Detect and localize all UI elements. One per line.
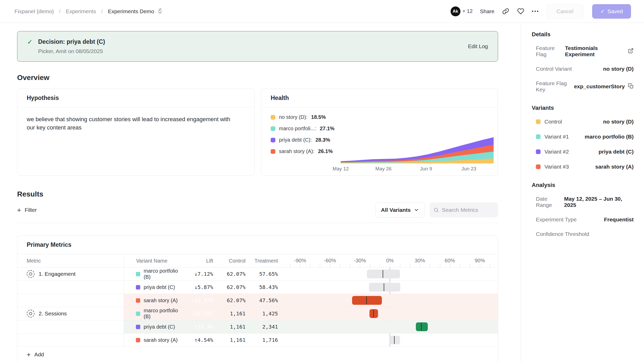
breadcrumb-item[interactable]: Experiments <box>66 8 96 15</box>
metric-table-row[interactable]: priya debt (C)↓5.87%62.07%58.43% <box>17 281 498 294</box>
control-cell: 62.07% <box>217 294 250 307</box>
variant-swatch <box>136 272 140 276</box>
metric-cell: 2. Sessions <box>17 307 124 320</box>
collaborators[interactable]: Ak + 12 <box>451 6 473 16</box>
metric-table-row[interactable]: sarah story (A)↓23.37%62.07%47.56% <box>17 294 498 307</box>
metric-name: 2. Sessions <box>39 310 67 317</box>
breadcrumb-item-label: Experiments <box>66 8 96 14</box>
more-menu-button[interactable]: ••• <box>532 9 539 14</box>
variant-color-swatch <box>536 134 541 139</box>
ci-minor-tick <box>440 264 440 267</box>
search-metrics-box <box>430 202 498 218</box>
analysis-row: Experiment TypeFrequentist <box>532 216 634 223</box>
search-metrics-input[interactable] <box>442 207 494 213</box>
variants-dropdown[interactable]: All Variants <box>375 202 425 218</box>
legend-name: no story (D): <box>279 114 307 120</box>
control-cell: 62.07% <box>217 267 250 280</box>
treatment-cell: 47.56% <box>250 294 282 307</box>
x-axis-label: May 12 <box>333 166 349 172</box>
confidence-interval-cell <box>282 267 498 280</box>
legend-item: priya debt (C): 28.3% <box>271 137 339 143</box>
saved-button[interactable]: ✓Saved <box>592 4 631 19</box>
legend-swatch <box>271 126 275 131</box>
detail-value[interactable]: exp_customerStory <box>574 83 634 90</box>
ci-tick-label: -60% <box>324 258 336 264</box>
copy-icon[interactable] <box>628 83 634 90</box>
x-axis-tick <box>475 163 475 165</box>
ci-minor-tick <box>490 264 490 267</box>
confidence-median-line <box>373 310 374 317</box>
confidence-median-line <box>383 270 383 278</box>
col-header-variant: Variant Name <box>124 254 186 267</box>
breadcrumb-item[interactable]: Experiments Demo <box>108 8 163 15</box>
check-icon: ✓ <box>600 8 605 15</box>
lift-cell: ↓16.25% <box>186 307 217 320</box>
legend-name: marco portfoli...: <box>279 126 316 132</box>
x-axis-label: May 26 <box>375 166 391 172</box>
add-metric-button[interactable]: + Add <box>27 351 488 358</box>
health-x-axis: May 12May 26Jun 9Jun 23 <box>341 166 490 173</box>
ci-minor-tick <box>340 264 340 267</box>
variant-row: Controlno story (D) <box>532 119 634 125</box>
primary-metrics-card: Primary Metrics Metric Variant Name Lift… <box>17 235 498 362</box>
variant-cell: sarah story (A) <box>124 334 186 346</box>
ci-minor-tick <box>410 264 410 267</box>
detail-value[interactable]: Testimonials Experiment <box>565 45 634 57</box>
details-section: Details Feature FlagTestimonials Experim… <box>532 31 634 93</box>
cancel-button[interactable]: Cancel <box>547 4 583 19</box>
legend-name: priya debt (C): <box>279 137 312 143</box>
microscope-icon <box>157 8 163 15</box>
x-axis-tick <box>384 163 385 165</box>
ci-minor-tick <box>420 264 420 267</box>
metric-table-row[interactable]: priya debt (C)↑31.4%1,1612,341 <box>17 320 498 334</box>
metric-table-row[interactable]: 2. Sessionsmarco portfolio (B)↓16.25%1,1… <box>17 307 498 320</box>
col-header-metric: Metric <box>17 258 124 264</box>
primary-metrics-title: Primary Metrics <box>17 236 498 254</box>
variant-cell: marco portfolio (B) <box>124 307 186 320</box>
analysis-label: Experiment Type <box>536 216 577 223</box>
avatar[interactable]: Ak <box>451 6 460 16</box>
plus-icon: + <box>27 351 31 358</box>
variant-cell: priya debt (C) <box>124 320 186 333</box>
ci-tick-label: 60% <box>445 258 455 264</box>
treatment-cell: 1,425 <box>250 307 282 320</box>
metric-table-row[interactable]: sarah story (A)↑4.54%1,1611,716 <box>17 334 498 347</box>
variant-color-swatch <box>536 149 541 154</box>
control-value: 62.07% <box>227 297 246 303</box>
variant-swatch <box>136 285 140 289</box>
ci-minor-tick <box>310 264 310 267</box>
treatment-value: 2,341 <box>262 324 278 330</box>
breadcrumb-item[interactable]: Fixpanel {demo} <box>15 8 54 15</box>
share-button[interactable]: Share <box>480 8 494 15</box>
breadcrumb-item-label: Fixpanel {demo} <box>15 8 54 14</box>
analysis-value: May 12, 2025 – Jun 30, 2025 <box>564 196 634 208</box>
variants-heading: Variants <box>532 105 634 111</box>
treatment-cell: 58.43% <box>250 281 282 294</box>
decision-title: Decision: priya debt (C) <box>38 38 105 46</box>
edit-log-button[interactable]: Edit Log <box>468 43 488 49</box>
ci-minor-tick <box>390 264 390 267</box>
variant-swatch <box>136 325 140 329</box>
variant-key: Variant #2 <box>536 149 569 155</box>
external-link-icon[interactable] <box>628 48 634 55</box>
variant-key-label: Control <box>544 119 562 125</box>
control-value: 1,161 <box>230 324 246 330</box>
treatment-cell: 2,341 <box>250 320 282 333</box>
main-content: ✓ Decision: priya debt (C) Picker, Amit … <box>0 23 521 362</box>
copy-link-icon[interactable] <box>502 8 509 15</box>
detail-value[interactable]: no story (D) <box>603 66 634 72</box>
detail-label: Feature Flag Key <box>536 80 574 93</box>
favorite-heart-icon[interactable] <box>517 8 524 15</box>
ci-tick-label: 90% <box>475 258 485 264</box>
col-header-treatment: Treatment <box>250 258 282 264</box>
analysis-label: Date Range <box>536 196 564 208</box>
variant-value: priya debt (C) <box>599 149 634 155</box>
control-value: 1,161 <box>230 310 246 317</box>
detail-label: Control Variant <box>536 66 572 72</box>
variant-key-label: Variant #1 <box>544 134 569 140</box>
add-filter-button[interactable]: + Filter <box>17 207 37 213</box>
lift-value: ↓7.12% <box>194 271 213 277</box>
metric-table-row[interactable]: 1. Engagementmarco portfolio (B)↓7.12%62… <box>17 267 498 281</box>
ci-minor-tick <box>470 264 470 267</box>
variant-name: marco portfolio (B) <box>144 308 186 320</box>
